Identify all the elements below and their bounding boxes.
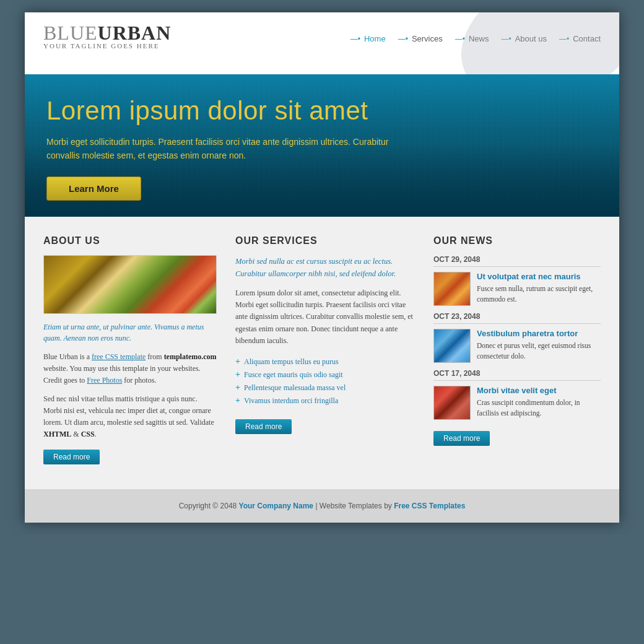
services-list: Aliquam tempus tellus eu purus Fusce ege… (235, 355, 415, 407)
nav-contact[interactable]: —• Contact (559, 34, 601, 43)
news-item-2: Vestibulum pharetra tortor Donec et puru… (433, 329, 601, 363)
news-headline-1[interactable]: Ut volutpat erat nec mauris (477, 272, 601, 281)
logo: BLUEURBAN YOUR TAGLINE GOES HERE (43, 22, 171, 50)
nav-news-label: News (469, 34, 489, 43)
about-column: ABOUT US Etiam ut urna ante, ut pulvinar… (43, 235, 217, 464)
list-item: Aliquam tempus tellus eu purus (235, 355, 415, 368)
list-item: Vivamus interdum orci fringilla (235, 394, 415, 407)
about-text-1: Blue Urban is a free CSS template from t… (43, 351, 217, 387)
free-css-link[interactable]: free CSS template (92, 352, 146, 361)
hero-content: Lorem ipsum dolor sit amet Morbi eget so… (25, 74, 619, 216)
news-section-title: OUR NEWS (433, 235, 601, 246)
news-item-3: Morbi vitae velit eget Cras suscipit con… (433, 386, 601, 420)
news-thumbnail-3 (433, 386, 471, 420)
footer-website-templates: Website Templates (320, 502, 382, 510)
news-column: OUR NEWS OCT 29, 2048 Ut volutpat erat n… (433, 235, 601, 464)
news-thumbnail-2 (433, 329, 471, 363)
footer-free-css-link[interactable]: Free CSS Templates (394, 502, 465, 510)
services-section-title: OUR SERVICES (235, 235, 415, 246)
hero-description: Morbi eget sollicitudin turpis. Praesent… (46, 135, 418, 163)
nav-contact-label: Contact (573, 34, 601, 43)
logo-tagline: YOUR TAGLINE GOES HERE (43, 42, 171, 50)
news-date-3: OCT 17, 2048 (433, 369, 601, 381)
footer: Copyright © 2048 Your Company Name | Web… (25, 489, 619, 523)
logo-title: BLUEURBAN (43, 22, 171, 45)
news-content-1: Ut volutpat erat nec mauris Fusce sem nu… (477, 272, 601, 306)
about-image (43, 255, 217, 314)
about-caption: Etiam ut urna ante, ut pulvinar ante. Vi… (43, 321, 217, 344)
nav-arrow-about: —• (501, 35, 511, 43)
hero-banner: Lorem ipsum dolor sit amet Morbi eget so… (25, 74, 619, 217)
news-date-2: OCT 23, 2048 (433, 312, 601, 324)
columns: ABOUT US Etiam ut urna ante, ut pulvinar… (43, 235, 601, 464)
list-item: Fusce eget mauris quis odio sagit (235, 368, 415, 381)
nav-arrow-services: —• (398, 35, 408, 43)
about-read-more-button[interactable]: Read more (43, 450, 100, 464)
news-headline-3[interactable]: Morbi vitae velit eget (477, 386, 601, 395)
nav-arrow-home: —• (350, 35, 360, 43)
news-excerpt-2: Donec et purus velit, eget euismod risus… (477, 342, 591, 360)
services-column: OUR SERVICES Morbi sed nulla ac est curs… (235, 235, 415, 464)
nav-services[interactable]: —• Services (398, 34, 443, 43)
news-excerpt-1: Fusce sem nulla, rutrum ac suscipit eget… (477, 285, 593, 303)
content-area: ABOUT US Etiam ut urna ante, ut pulvinar… (25, 217, 619, 489)
news-thumbnail-1 (433, 272, 471, 306)
nav-home-label: Home (364, 34, 386, 43)
footer-by: by (384, 502, 392, 510)
nav-arrow-contact: —• (559, 35, 569, 43)
news-headline-2[interactable]: Vestibulum pharetra tortor (477, 329, 601, 338)
header: BLUEURBAN YOUR TAGLINE GOES HERE —• Home… (25, 12, 619, 74)
nav-services-label: Services (412, 34, 443, 43)
hero-learn-more-button[interactable]: Learn More (46, 176, 141, 201)
hero-title: Lorem ipsum dolor sit amet (46, 96, 598, 126)
about-text-2: Sed nec nisl vitae tellus mattis tristiq… (43, 393, 217, 441)
nav-home[interactable]: —• Home (350, 34, 386, 43)
footer-copyright: Copyright © 2048 (179, 502, 237, 510)
news-read-more-button[interactable]: Read more (433, 431, 490, 446)
news-item-1: Ut volutpat erat nec mauris Fusce sem nu… (433, 272, 601, 306)
logo-blue: BLUE (43, 22, 98, 44)
list-item: Pellentesque malesuada massa vel (235, 381, 415, 394)
services-body: Lorem ipsum dolor sit amet, consectetur … (235, 287, 415, 347)
news-date-1: OCT 29, 2048 (433, 255, 601, 267)
services-intro: Morbi sed nulla ac est cursus suscipit e… (235, 255, 415, 280)
about-section-title: ABOUT US (43, 235, 217, 246)
news-excerpt-3: Cras suscipit condimentum dolor, in faci… (477, 399, 580, 417)
nav-about[interactable]: —• About us (501, 34, 547, 43)
free-photos-link[interactable]: Free Photos (87, 376, 122, 385)
news-content-3: Morbi vitae velit eget Cras suscipit con… (477, 386, 601, 420)
footer-company-link[interactable]: Your Company Name (239, 502, 313, 510)
nav-about-label: About us (515, 34, 547, 43)
nav-news[interactable]: —• News (455, 34, 489, 43)
news-content-2: Vestibulum pharetra tortor Donec et puru… (477, 329, 601, 363)
nav-arrow-news: —• (455, 35, 465, 43)
logo-urban: URBAN (98, 22, 172, 44)
main-nav: —• Home —• Services —• News —• About us … (350, 34, 601, 43)
services-read-more-button[interactable]: Read more (235, 419, 292, 434)
